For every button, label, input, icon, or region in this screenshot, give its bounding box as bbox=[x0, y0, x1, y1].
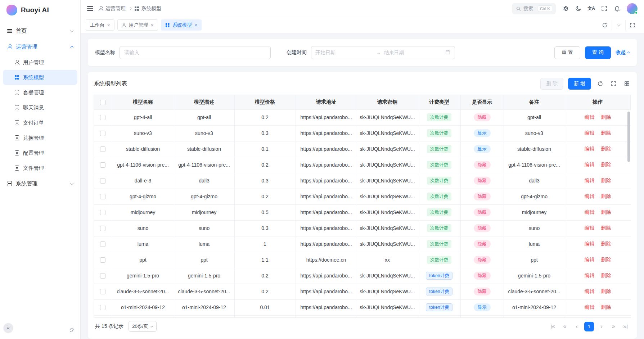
edit-link[interactable]: 编辑 bbox=[585, 288, 595, 294]
dark-mode-moon-icon[interactable] bbox=[575, 5, 582, 12]
request-key: sk-JIUQLNndqSeKWU... bbox=[360, 146, 415, 152]
sidebar-item[interactable]: 文件管理 bbox=[3, 161, 77, 176]
sidebar-group-system[interactable]: 系统管理 bbox=[3, 176, 77, 191]
start-date-input[interactable] bbox=[315, 50, 374, 55]
delete-link[interactable]: 删除 bbox=[601, 272, 611, 278]
current-page[interactable]: 1 bbox=[584, 322, 594, 331]
global-search[interactable]: 搜索 Ctrl K bbox=[512, 3, 556, 14]
refresh-icon[interactable] bbox=[598, 20, 612, 30]
delete-link[interactable]: 删除 bbox=[601, 146, 611, 152]
table-refresh-icon[interactable] bbox=[596, 80, 604, 88]
row-checkbox[interactable] bbox=[100, 273, 105, 279]
row-checkbox[interactable] bbox=[100, 146, 105, 152]
sidebar-item[interactable]: 系统模型 bbox=[3, 70, 77, 85]
row-checkbox[interactable] bbox=[100, 131, 105, 136]
row-checkbox[interactable] bbox=[100, 210, 105, 215]
tab-item[interactable]: 工作台 bbox=[86, 19, 114, 31]
delete-link[interactable]: 删除 bbox=[601, 304, 611, 310]
breadcrumb-item[interactable]: 运营管理 bbox=[98, 5, 126, 12]
delete-link[interactable]: 删除 bbox=[601, 241, 611, 247]
add-button[interactable]: 新 增 bbox=[568, 78, 591, 90]
model-description: luma bbox=[199, 241, 210, 247]
edit-link[interactable]: 编辑 bbox=[585, 272, 595, 278]
edit-link[interactable]: 编辑 bbox=[585, 193, 595, 199]
fullscreen-icon[interactable] bbox=[601, 5, 608, 12]
first-page-icon[interactable] bbox=[549, 322, 557, 331]
row-checkbox[interactable] bbox=[100, 289, 105, 294]
delete-link[interactable]: 删除 bbox=[601, 193, 611, 199]
sidebar-item[interactable]: 用户管理 bbox=[3, 55, 77, 70]
sidebar-item[interactable]: 支付订单 bbox=[3, 115, 77, 130]
jump-forward-icon[interactable] bbox=[609, 322, 618, 331]
column-header: 操作 bbox=[565, 95, 631, 109]
edit-link[interactable]: 编辑 bbox=[585, 130, 595, 136]
collapse-filter-link[interactable]: 收起 bbox=[616, 49, 630, 56]
edit-link[interactable]: 编辑 bbox=[585, 177, 595, 183]
breadcrumb-item[interactable]: 系统模型 bbox=[134, 5, 162, 12]
reset-button[interactable]: 重 置 bbox=[554, 46, 580, 59]
language-translate-icon[interactable]: 文A bbox=[588, 5, 595, 12]
model-name-input[interactable] bbox=[120, 46, 271, 59]
tab-item[interactable]: 系统模型 bbox=[161, 19, 202, 31]
row-checkbox[interactable] bbox=[100, 226, 105, 231]
sidebar-item[interactable]: 配置管理 bbox=[3, 145, 77, 161]
next-page-icon[interactable] bbox=[597, 322, 606, 331]
sidebar-collapse-button[interactable] bbox=[4, 323, 13, 333]
delete-link[interactable]: 删除 bbox=[601, 257, 611, 262]
end-date-input[interactable] bbox=[384, 50, 442, 55]
chevron-down-icon[interactable] bbox=[612, 20, 625, 30]
content-fullscreen-icon[interactable] bbox=[625, 20, 639, 30]
close-icon[interactable] bbox=[151, 23, 154, 28]
model-description: gemini-1.5-pro bbox=[188, 273, 220, 279]
jump-back-icon[interactable] bbox=[560, 322, 569, 331]
edit-link[interactable]: 编辑 bbox=[585, 114, 595, 120]
edit-link[interactable]: 编辑 bbox=[585, 257, 595, 262]
edit-link[interactable]: 编辑 bbox=[585, 146, 595, 152]
row-checkbox[interactable] bbox=[100, 162, 105, 168]
request-key: sk-JIUQLNndqSeKWU... bbox=[360, 114, 415, 120]
tab-item[interactable]: 用户管理 bbox=[117, 19, 158, 31]
last-page-icon[interactable] bbox=[621, 322, 630, 331]
user-avatar[interactable] bbox=[627, 3, 638, 14]
close-icon[interactable] bbox=[107, 23, 110, 28]
table-scrollbar[interactable] bbox=[627, 112, 630, 162]
page-size-select[interactable]: 20条/页 bbox=[129, 321, 157, 332]
sidebar-group-operations[interactable]: 运营管理 bbox=[3, 39, 77, 55]
settings-gear-icon[interactable] bbox=[562, 5, 569, 12]
edit-link[interactable]: 编辑 bbox=[585, 162, 595, 167]
query-button[interactable]: 查 询 bbox=[585, 46, 611, 59]
edit-link[interactable]: 编辑 bbox=[585, 241, 595, 247]
sidebar-item[interactable]: 套餐管理 bbox=[3, 85, 77, 100]
column-settings-icon[interactable] bbox=[622, 80, 631, 88]
row-checkbox[interactable] bbox=[100, 115, 105, 120]
row-checkbox[interactable] bbox=[100, 194, 105, 199]
menu-toggle-icon[interactable] bbox=[87, 6, 93, 11]
delete-link[interactable]: 删除 bbox=[601, 114, 611, 120]
sidebar-item[interactable]: 兑换管理 bbox=[3, 130, 77, 145]
delete-link[interactable]: 删除 bbox=[601, 225, 611, 231]
row-checkbox[interactable] bbox=[100, 305, 105, 310]
close-icon[interactable] bbox=[194, 23, 197, 28]
delete-link[interactable]: 删除 bbox=[601, 288, 611, 294]
row-checkbox[interactable] bbox=[100, 241, 105, 247]
delete-link[interactable]: 删除 bbox=[601, 162, 611, 167]
edit-link[interactable]: 编辑 bbox=[585, 209, 595, 215]
row-checkbox[interactable] bbox=[100, 178, 105, 184]
model-price: 0.3 bbox=[261, 178, 268, 184]
app-logo[interactable]: Ruoyi AI bbox=[0, 0, 80, 20]
delete-link[interactable]: 删除 bbox=[601, 209, 611, 215]
table-fullscreen-icon[interactable] bbox=[609, 80, 618, 88]
date-range-picker[interactable] bbox=[311, 46, 455, 59]
sidebar-item[interactable]: 聊天消息 bbox=[3, 100, 77, 115]
delete-link[interactable]: 删除 bbox=[601, 130, 611, 136]
sidebar-item-home[interactable]: 首页 bbox=[3, 23, 77, 39]
pin-icon[interactable] bbox=[69, 327, 75, 334]
notification-bell-icon[interactable] bbox=[614, 5, 621, 12]
row-checkbox[interactable] bbox=[100, 257, 105, 263]
delete-link[interactable]: 删除 bbox=[601, 177, 611, 183]
select-all-checkbox[interactable] bbox=[100, 100, 105, 105]
edit-link[interactable]: 编辑 bbox=[585, 225, 595, 231]
prev-page-icon[interactable] bbox=[572, 322, 581, 331]
batch-delete-button[interactable]: 删 除 bbox=[540, 78, 563, 90]
edit-link[interactable]: 编辑 bbox=[585, 304, 595, 310]
